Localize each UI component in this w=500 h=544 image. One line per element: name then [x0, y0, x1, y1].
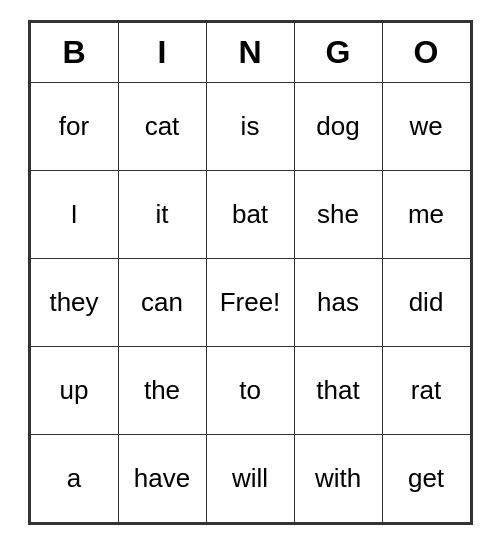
table-row: ahavewillwithget [30, 434, 470, 522]
cell-r4-c3: with [294, 434, 382, 522]
cell-r3-c3: that [294, 346, 382, 434]
cell-r3-c2: to [206, 346, 294, 434]
bingo-card: BINGO forcatisdogweIitbatshemetheycanFre… [28, 20, 473, 525]
table-row: upthetothatrat [30, 346, 470, 434]
cell-r1-c1: it [118, 170, 206, 258]
cell-r2-c0: they [30, 258, 118, 346]
cell-r0-c4: we [382, 82, 470, 170]
cell-r1-c4: me [382, 170, 470, 258]
header-cell-i: I [118, 22, 206, 82]
cell-r2-c2: Free! [206, 258, 294, 346]
header-cell-n: N [206, 22, 294, 82]
header-row: BINGO [30, 22, 470, 82]
table-row: theycanFree!hasdid [30, 258, 470, 346]
cell-r2-c1: can [118, 258, 206, 346]
cell-r0-c2: is [206, 82, 294, 170]
cell-r4-c2: will [206, 434, 294, 522]
cell-r4-c0: a [30, 434, 118, 522]
cell-r2-c3: has [294, 258, 382, 346]
bingo-table: BINGO forcatisdogweIitbatshemetheycanFre… [30, 22, 471, 523]
cell-r4-c4: get [382, 434, 470, 522]
cell-r2-c4: did [382, 258, 470, 346]
cell-r4-c1: have [118, 434, 206, 522]
cell-r1-c2: bat [206, 170, 294, 258]
header-cell-o: O [382, 22, 470, 82]
cell-r3-c4: rat [382, 346, 470, 434]
header-cell-b: B [30, 22, 118, 82]
cell-r0-c0: for [30, 82, 118, 170]
cell-r0-c3: dog [294, 82, 382, 170]
table-row: forcatisdogwe [30, 82, 470, 170]
table-row: Iitbatsheme [30, 170, 470, 258]
header-cell-g: G [294, 22, 382, 82]
cell-r1-c0: I [30, 170, 118, 258]
cell-r3-c0: up [30, 346, 118, 434]
cell-r1-c3: she [294, 170, 382, 258]
cell-r3-c1: the [118, 346, 206, 434]
cell-r0-c1: cat [118, 82, 206, 170]
